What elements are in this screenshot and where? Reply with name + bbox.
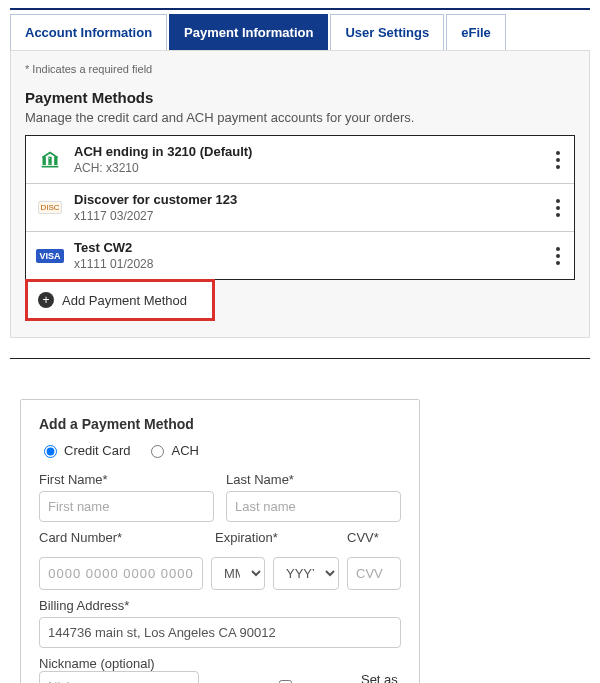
add-payment-method-button[interactable]: + Add Payment Method — [25, 279, 215, 321]
expiration-label: Expiration* — [215, 530, 335, 545]
payment-method-sub: ACH: x3210 — [74, 161, 552, 175]
payment-methods-list: ACH ending in 3210 (Default) ACH: x3210 … — [25, 135, 575, 280]
row-menu-icon[interactable] — [552, 195, 564, 221]
discover-icon: DISC — [36, 198, 64, 218]
plus-icon: + — [38, 292, 54, 308]
payment-method-row: ACH ending in 3210 (Default) ACH: x3210 — [26, 136, 574, 184]
last-name-field[interactable] — [226, 491, 401, 522]
tab-account-information[interactable]: Account Information — [10, 14, 167, 50]
main-tabs: Account Information Payment Information … — [10, 14, 590, 50]
nickname-field[interactable] — [39, 671, 199, 683]
modal-title: Add a Payment Method — [39, 416, 401, 432]
radio-ach[interactable]: ACH — [146, 442, 198, 458]
svg-rect-1 — [49, 157, 51, 164]
first-name-label: First Name* — [39, 472, 214, 487]
divider — [10, 358, 590, 359]
billing-address-field[interactable] — [39, 617, 401, 648]
radio-credit-card[interactable]: Credit Card — [39, 442, 130, 458]
set-default-label: Set as default — [361, 672, 427, 684]
radio-credit-card-label: Credit Card — [64, 443, 130, 458]
svg-rect-2 — [55, 157, 57, 164]
cvv-label: CVV* — [347, 530, 401, 545]
payment-method-title: Test CW2 — [74, 240, 552, 255]
tab-payment-information[interactable]: Payment Information — [169, 14, 328, 50]
cvv-field[interactable] — [347, 557, 401, 590]
required-field-note: * Indicates a required field — [25, 63, 575, 75]
radio-ach-label: ACH — [171, 443, 198, 458]
payment-method-title: Discover for customer 123 — [74, 192, 552, 207]
section-title: Payment Methods — [25, 89, 575, 106]
tab-efile[interactable]: eFile — [446, 14, 506, 50]
nickname-label: Nickname (optional) — [39, 656, 155, 671]
radio-ach-input[interactable] — [151, 445, 164, 458]
row-menu-icon[interactable] — [552, 147, 564, 173]
radio-credit-card-input[interactable] — [44, 445, 57, 458]
billing-address-label: Billing Address* — [39, 598, 401, 613]
section-subtitle: Manage the credit card and ACH payment a… — [25, 110, 575, 125]
payment-method-row: DISC Discover for customer 123 x1117 03/… — [26, 184, 574, 232]
add-payment-modal: Add a Payment Method Credit Card ACH Fir… — [20, 399, 420, 683]
payment-method-sub: x1117 03/2027 — [74, 209, 552, 223]
card-number-label: Card Number* — [39, 530, 203, 545]
card-number-field[interactable] — [39, 557, 203, 590]
svg-rect-0 — [43, 157, 45, 164]
visa-icon: VISA — [36, 246, 64, 266]
add-payment-method-label: Add Payment Method — [62, 293, 187, 308]
first-name-field[interactable] — [39, 491, 214, 522]
expiration-month-select[interactable]: MM — [211, 557, 265, 590]
tab-user-settings[interactable]: User Settings — [330, 14, 444, 50]
payment-method-title: ACH ending in 3210 (Default) — [74, 144, 552, 159]
row-menu-icon[interactable] — [552, 243, 564, 269]
expiration-year-select[interactable]: YYYY — [273, 557, 339, 590]
payment-method-sub: x1111 01/2028 — [74, 257, 552, 271]
payment-method-row: VISA Test CW2 x1111 01/2028 — [26, 232, 574, 279]
set-default-checkbox[interactable]: Set as default — [215, 672, 427, 684]
bank-icon — [36, 150, 64, 170]
last-name-label: Last Name* — [226, 472, 401, 487]
